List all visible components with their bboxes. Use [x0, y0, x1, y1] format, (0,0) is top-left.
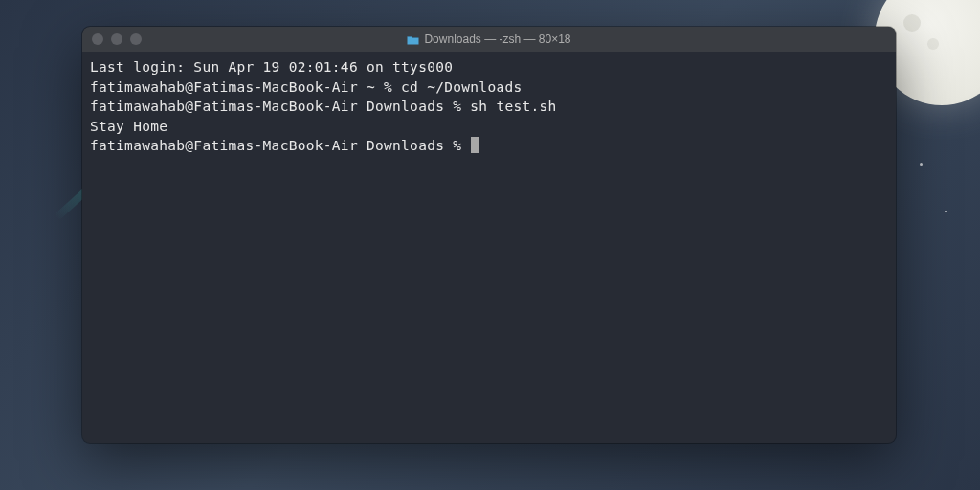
title-bar[interactable]: Downloads — -zsh — 80×18 — [82, 27, 896, 52]
star-decoration — [945, 211, 947, 212]
folder-icon — [407, 34, 419, 44]
prompt: fatimawahab@Fatimas-MacBook-Air Download… — [90, 99, 470, 114]
last-login-line: Last login: Sun Apr 19 02:01:46 on ttys0… — [90, 57, 888, 78]
output-line: Stay Home — [90, 117, 888, 137]
prompt: fatimawahab@Fatimas-MacBook-Air Download… — [90, 138, 470, 153]
prompt: fatimawahab@Fatimas-MacBook-Air ~ % — [90, 79, 401, 95]
terminal-body[interactable]: Last login: Sun Apr 19 02:01:46 on ttys0… — [82, 52, 896, 162]
minimize-button[interactable] — [111, 33, 122, 45]
command-line: fatimawahab@Fatimas-MacBook-Air Download… — [90, 97, 888, 117]
command-line: fatimawahab@Fatimas-MacBook-Air ~ % cd ~… — [90, 78, 888, 98]
command-text: cd ~/Downloads — [401, 79, 522, 95]
maximize-button[interactable] — [130, 33, 142, 45]
terminal-window: Downloads — -zsh — 80×18 Last login: Sun… — [82, 27, 896, 443]
window-title-text: Downloads — -zsh — 80×18 — [424, 33, 570, 46]
star-decoration — [920, 163, 923, 166]
window-title: Downloads — -zsh — 80×18 — [82, 33, 896, 46]
cursor — [471, 137, 479, 153]
command-text: sh test.sh — [470, 99, 556, 114]
prompt-line: fatimawahab@Fatimas-MacBook-Air Download… — [90, 136, 888, 156]
traffic-lights — [82, 33, 142, 45]
close-button[interactable] — [92, 33, 103, 45]
